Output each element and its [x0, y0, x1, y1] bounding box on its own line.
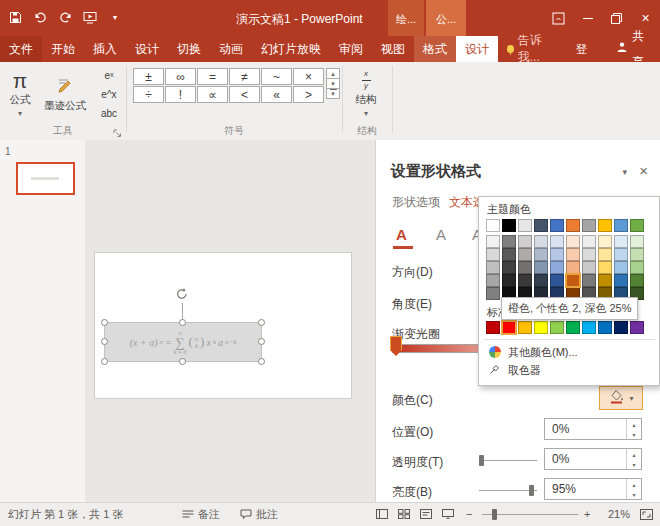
tab-动画[interactable]: 动画	[210, 36, 252, 62]
standard-color-swatch[interactable]	[582, 321, 596, 334]
ribbon-display-options-button[interactable]	[544, 0, 573, 36]
tab-视图[interactable]: 视图	[372, 36, 414, 62]
spin-down-icon[interactable]: ▾	[627, 459, 641, 469]
transparency-spinner[interactable]: 0% ▴▾	[544, 448, 642, 470]
customize-quick-access-icon[interactable]: ▾	[107, 9, 123, 25]
theme-color-variant-swatch[interactable]	[614, 274, 628, 287]
more-colors-item[interactable]: 其他颜色(M)...	[485, 343, 655, 361]
theme-color-swatch[interactable]	[518, 219, 532, 232]
theme-color-swatch[interactable]	[486, 219, 500, 232]
tab-格式[interactable]: 格式	[414, 36, 456, 62]
transparency-slider[interactable]	[479, 460, 537, 461]
zoom-percent[interactable]: 21%	[608, 503, 630, 525]
standard-color-swatch[interactable]	[550, 321, 564, 334]
symbol-button[interactable]: ±	[133, 68, 164, 85]
symbol-button[interactable]: «	[261, 86, 292, 103]
tab-插入[interactable]: 插入	[84, 36, 126, 62]
pane-close-icon[interactable]: ×	[639, 162, 648, 179]
normal-view-button[interactable]	[372, 503, 392, 525]
theme-color-variant-swatch[interactable]	[582, 261, 596, 274]
theme-color-variant-swatch[interactable]	[502, 248, 516, 261]
tell-me-box[interactable]: 告诉我...	[498, 36, 565, 62]
ink-equation-button[interactable]: 墨迹公式	[40, 65, 90, 123]
resize-handle[interactable]	[101, 319, 108, 326]
spin-down-icon[interactable]: ▾	[627, 429, 641, 439]
symbol-button[interactable]: ×	[293, 68, 324, 85]
restore-button[interactable]	[602, 0, 631, 36]
theme-color-variant-swatch[interactable]	[486, 274, 500, 287]
theme-color-variant-swatch[interactable]	[630, 261, 644, 274]
theme-color-variant-swatch[interactable]	[486, 248, 500, 261]
pane-options-caret-icon[interactable]: ▾	[622, 167, 627, 177]
gallery-more-icon[interactable]: ▾	[326, 88, 340, 99]
minimize-button[interactable]	[573, 0, 602, 36]
theme-color-variant-swatch[interactable]	[630, 248, 644, 261]
theme-color-variant-swatch[interactable]	[566, 235, 580, 248]
theme-color-swatch[interactable]	[550, 219, 564, 232]
tab-幻灯片放映[interactable]: 幻灯片放映	[252, 36, 330, 62]
standard-color-swatch[interactable]	[566, 321, 580, 334]
theme-color-variant-swatch[interactable]	[502, 235, 516, 248]
theme-color-variant-swatch[interactable]	[598, 248, 612, 261]
redo-icon[interactable]	[57, 9, 73, 25]
theme-color-variant-swatch[interactable]	[534, 261, 548, 274]
linear-button[interactable]: e^x	[94, 85, 124, 103]
theme-color-variant-swatch[interactable]	[518, 274, 532, 287]
text-effects-icon[interactable]: A	[436, 226, 446, 243]
theme-color-variant-swatch[interactable]	[502, 261, 516, 274]
theme-color-variant-swatch[interactable]	[518, 235, 532, 248]
theme-color-variant-swatch[interactable]	[614, 248, 628, 261]
theme-color-swatch[interactable]	[630, 219, 644, 232]
tab-开始[interactable]: 开始	[42, 36, 84, 62]
standard-color-swatch[interactable]	[486, 321, 500, 334]
theme-color-variant-swatch[interactable]	[534, 235, 548, 248]
resize-handle[interactable]	[258, 358, 265, 365]
theme-color-swatch[interactable]	[534, 219, 548, 232]
spin-up-icon[interactable]: ▴	[627, 449, 641, 459]
symbol-button[interactable]: ÷	[133, 86, 164, 103]
theme-color-swatch[interactable]	[598, 219, 612, 232]
spin-up-icon[interactable]: ▴	[627, 479, 641, 489]
symbol-button[interactable]: ~	[261, 68, 292, 85]
notes-button[interactable]: 备注	[182, 503, 220, 525]
share-button[interactable]: 共享	[606, 36, 660, 62]
symbol-button[interactable]: !	[165, 86, 196, 103]
resize-handle[interactable]	[101, 358, 108, 365]
standard-color-swatch[interactable]	[502, 321, 516, 334]
brightness-slider-thumb[interactable]	[529, 485, 534, 496]
comments-button[interactable]: 批注	[240, 503, 278, 525]
symbol-button[interactable]: ∞	[165, 68, 196, 85]
eyedropper-item[interactable]: 取色器	[485, 361, 655, 379]
theme-color-variant-swatch[interactable]	[582, 235, 596, 248]
theme-color-variant-swatch[interactable]	[582, 274, 596, 287]
theme-color-variant-swatch[interactable]	[630, 274, 644, 287]
theme-color-variant-swatch[interactable]	[486, 287, 500, 300]
standard-color-swatch[interactable]	[598, 321, 612, 334]
theme-color-variant-swatch[interactable]	[614, 235, 628, 248]
slide-sorter-button[interactable]	[394, 503, 414, 525]
symbol-button[interactable]: ∝	[197, 86, 228, 103]
dialog-launcher-icon[interactable]	[113, 124, 123, 134]
zoom-in-button[interactable]: +	[584, 503, 590, 525]
tab-切换[interactable]: 切换	[168, 36, 210, 62]
sign-in-button[interactable]: 登录	[565, 36, 605, 62]
standard-color-swatch[interactable]	[518, 321, 532, 334]
spin-down-icon[interactable]: ▾	[627, 489, 641, 499]
theme-color-variant-swatch[interactable]	[598, 235, 612, 248]
tab-shape-options[interactable]: 形状选项	[392, 194, 440, 211]
slide-thumbnail[interactable]	[16, 162, 75, 195]
text-fill-outline-icon[interactable]: A	[396, 226, 407, 243]
theme-color-swatch[interactable]	[614, 219, 628, 232]
equation-button[interactable]: π 公式 ▾	[4, 65, 36, 123]
symbol-button[interactable]: >	[293, 86, 324, 103]
theme-color-variant-swatch[interactable]	[550, 261, 564, 274]
resize-handle[interactable]	[258, 319, 265, 326]
theme-color-variant-swatch[interactable]	[566, 248, 580, 261]
spin-up-icon[interactable]: ▴	[627, 419, 641, 429]
zoom-slider-thumb[interactable]	[492, 509, 497, 520]
contextual-header-equation-tools[interactable]: 公...	[426, 0, 466, 36]
structures-button[interactable]: xy 结构 ▾	[348, 65, 384, 123]
start-slideshow-icon[interactable]	[82, 9, 98, 25]
tab-审阅[interactable]: 审阅	[330, 36, 372, 62]
normal-text-button[interactable]: abc	[94, 104, 124, 122]
